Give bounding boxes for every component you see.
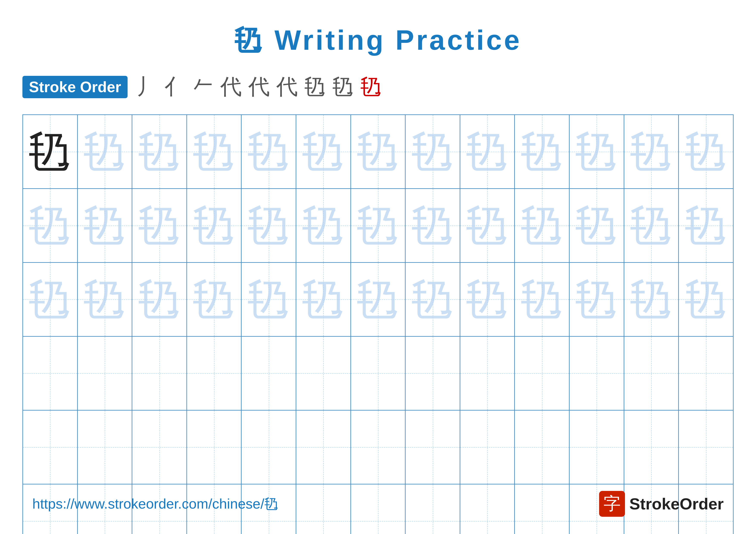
char-guide: 㲌	[192, 204, 235, 247]
grid-cell-3-1: 㲌	[23, 263, 78, 336]
grid-cell-4-4[interactable]	[187, 337, 242, 410]
grid-cell-5-1[interactable]	[23, 411, 78, 484]
stroke-step-6: 代	[276, 72, 298, 101]
char-guide: 㲌	[247, 204, 290, 247]
grid-cell-2-11: 㲌	[570, 189, 624, 262]
grid-row-1: 㲌 㲌 㲌 㲌 㲌 㲌 㲌 㲌 㲌 㲌 㲌 㲌 㲌	[23, 115, 733, 189]
char-guide: 㲌	[521, 278, 564, 321]
char-guide: 㲌	[411, 130, 454, 173]
char-guide: 㲌	[521, 204, 564, 247]
grid-cell-1-5: 㲌	[242, 115, 296, 188]
grid-cell-3-8: 㲌	[406, 263, 460, 336]
page: 㲌 Writing Practice Stroke Order 丿 亻 𠂉 代 …	[0, 0, 756, 534]
stroke-step-2: 亻	[164, 72, 186, 101]
grid-cell-2-1: 㲌	[23, 189, 78, 262]
grid-cell-5-11[interactable]	[570, 411, 624, 484]
grid-cell-4-13[interactable]	[679, 337, 733, 410]
grid-cell-4-7[interactable]	[351, 337, 406, 410]
char-guide: 㲌	[302, 204, 345, 247]
char-guide: 㲌	[411, 278, 454, 321]
logo-icon: 字	[599, 491, 625, 517]
grid-cell-4-8[interactable]	[406, 337, 460, 410]
grid-cell-3-12: 㲌	[624, 263, 679, 336]
char-guide: 㲌	[685, 204, 728, 247]
char-guide: 㲌	[138, 130, 181, 173]
grid-cell-1-3: 㲌	[132, 115, 187, 188]
grid-cell-1-12: 㲌	[624, 115, 679, 188]
practice-grid: 㲌 㲌 㲌 㲌 㲌 㲌 㲌 㲌 㲌 㲌 㲌 㲌 㲌 㲌 㲌 㲌 㲌 㲌 㲌 㲌 …	[22, 114, 734, 534]
grid-cell-4-5[interactable]	[242, 337, 296, 410]
char-guide: 㲌	[630, 204, 673, 247]
grid-cell-5-13[interactable]	[679, 411, 733, 484]
grid-cell-1-6: 㲌	[296, 115, 351, 188]
char-guide: 㲌	[521, 130, 564, 173]
grid-cell-2-7: 㲌	[351, 189, 406, 262]
grid-cell-5-5[interactable]	[242, 411, 296, 484]
grid-cell-4-10[interactable]	[515, 337, 570, 410]
grid-cell-1-10: 㲌	[515, 115, 570, 188]
char-guide: 㲌	[138, 204, 181, 247]
grid-cell-3-10: 㲌	[515, 263, 570, 336]
grid-cell-3-9: 㲌	[460, 263, 515, 336]
char-guide: 㲌	[83, 278, 126, 321]
stroke-step-3: 𠂉	[192, 75, 214, 99]
grid-cell-1-11: 㲌	[570, 115, 624, 188]
grid-cell-2-6: 㲌	[296, 189, 351, 262]
grid-cell-5-12[interactable]	[624, 411, 679, 484]
char-guide: 㲌	[630, 278, 673, 321]
grid-cell-2-3: 㲌	[132, 189, 187, 262]
grid-cell-4-9[interactable]	[460, 337, 515, 410]
footer-url[interactable]: https://www.strokeorder.com/chinese/㲌	[32, 495, 279, 513]
footer: https://www.strokeorder.com/chinese/㲌 字 …	[32, 491, 724, 517]
grid-cell-5-6[interactable]	[296, 411, 351, 484]
char-guide: 㲌	[28, 204, 71, 247]
grid-cell-3-5: 㲌	[242, 263, 296, 336]
grid-cell-5-9[interactable]	[460, 411, 515, 484]
grid-cell-5-8[interactable]	[406, 411, 460, 484]
stroke-steps: 丿 亻 𠂉 代 代 代 㲌 㲌 㲌	[136, 72, 382, 101]
grid-cell-3-2: 㲌	[78, 263, 133, 336]
grid-cell-4-11[interactable]	[570, 337, 624, 410]
grid-cell-3-3: 㲌	[132, 263, 187, 336]
char-guide: 㲌	[466, 130, 509, 173]
stroke-step-1: 丿	[136, 72, 158, 101]
grid-cell-5-10[interactable]	[515, 411, 570, 484]
grid-cell-1-13: 㲌	[679, 115, 733, 188]
char-guide: 㲌	[28, 278, 71, 321]
grid-cell-1-4: 㲌	[187, 115, 242, 188]
char-guide: 㲌	[357, 278, 399, 321]
grid-cell-2-4: 㲌	[187, 189, 242, 262]
footer-logo: 字 StrokeOrder	[599, 491, 724, 517]
char-guide: 㲌	[685, 130, 728, 173]
stroke-step-5: 代	[248, 72, 270, 101]
stroke-order-badge: Stroke Order	[22, 76, 127, 98]
logo-text: StrokeOrder	[629, 495, 724, 513]
grid-row-2: 㲌 㲌 㲌 㲌 㲌 㲌 㲌 㲌 㲌 㲌 㲌 㲌 㲌	[23, 189, 733, 263]
grid-cell-5-2[interactable]	[78, 411, 133, 484]
grid-cell-2-10: 㲌	[515, 189, 570, 262]
grid-cell-5-7[interactable]	[351, 411, 406, 484]
grid-cell-4-2[interactable]	[78, 337, 133, 410]
grid-cell-2-2: 㲌	[78, 189, 133, 262]
char-guide: 㲌	[247, 130, 290, 173]
grid-cell-1-7: 㲌	[351, 115, 406, 188]
grid-cell-3-7: 㲌	[351, 263, 406, 336]
grid-cell-4-1[interactable]	[23, 337, 78, 410]
grid-cell-2-5: 㲌	[242, 189, 296, 262]
grid-cell-5-4[interactable]	[187, 411, 242, 484]
char-guide: 㲌	[302, 130, 345, 173]
grid-cell-2-13: 㲌	[679, 189, 733, 262]
char-guide: 㲌	[466, 278, 509, 321]
char-guide: 㲌	[83, 204, 126, 247]
grid-cell-1-9: 㲌	[460, 115, 515, 188]
grid-cell-4-3[interactable]	[132, 337, 187, 410]
grid-cell-2-12: 㲌	[624, 189, 679, 262]
grid-cell-4-6[interactable]	[296, 337, 351, 410]
char-guide: 㲌	[302, 278, 345, 321]
char-guide: 㲌	[357, 204, 399, 247]
grid-cell-5-3[interactable]	[132, 411, 187, 484]
char-guide: 㲌	[83, 130, 126, 173]
stroke-step-9: 㲌	[360, 72, 382, 101]
char-guide: 㲌	[357, 130, 399, 173]
grid-cell-4-12[interactable]	[624, 337, 679, 410]
